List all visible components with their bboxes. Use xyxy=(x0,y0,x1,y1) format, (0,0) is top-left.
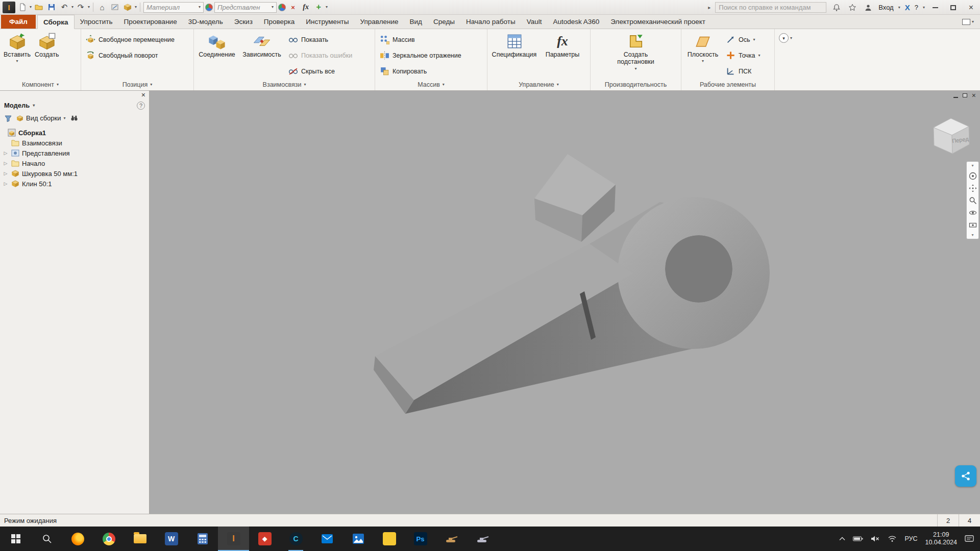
dropdown-icon[interactable]: ▾ xyxy=(923,6,925,10)
tab-a360[interactable]: Autodesk A360 xyxy=(547,15,605,29)
panel-label-relationships[interactable]: Взаимосвязи▾ xyxy=(194,79,375,90)
parameters-fx-icon[interactable]: fx xyxy=(300,2,311,13)
tree-item-assembly-root[interactable]: Сборка1 xyxy=(0,128,149,138)
work-point-button[interactable]: Точка ▾ xyxy=(723,47,763,63)
expander-icon[interactable]: ▷ xyxy=(3,171,9,176)
close-button[interactable]: × xyxy=(962,0,980,15)
panel-label-productivity[interactable]: Производительность xyxy=(591,79,681,90)
sketch-tool-icon[interactable] xyxy=(109,2,120,13)
free-move-button[interactable]: Свободное перемещение xyxy=(83,32,177,47)
orbit-icon[interactable] xyxy=(968,208,977,217)
exchange-apps-icon[interactable]: X xyxy=(905,3,910,12)
mail-icon[interactable] xyxy=(311,527,342,551)
tab-vault[interactable]: Vault xyxy=(521,15,548,29)
insert-component-button[interactable]: Вставить ▾ xyxy=(2,31,32,65)
tree-item-part-1[interactable]: ▷ Шкуровка 50 мм:1 xyxy=(0,168,149,179)
user-icon[interactable] xyxy=(863,2,874,13)
help-search-input[interactable] xyxy=(715,2,826,13)
pan-icon[interactable] xyxy=(968,184,977,192)
dropdown-icon[interactable]: ▾ xyxy=(33,104,35,108)
ucs-button[interactable]: ПСК xyxy=(723,63,763,79)
dropdown-icon[interactable]: ▾ xyxy=(135,5,137,9)
tab-simplify[interactable]: Упростить xyxy=(75,15,118,29)
free-rotate-button[interactable]: Свободный поворот xyxy=(83,47,177,63)
action-center-icon[interactable] xyxy=(965,535,974,543)
work-plane-button[interactable]: Плоскость ▾ xyxy=(683,31,722,65)
visual-style-icon[interactable] xyxy=(278,4,286,11)
tab-environments[interactable]: Среды xyxy=(428,15,460,29)
notification-bell-icon[interactable] xyxy=(831,2,842,13)
constrain-button[interactable]: Зависимость xyxy=(239,31,285,60)
material-tool-icon[interactable] xyxy=(122,2,133,13)
browser-help-icon[interactable]: ? xyxy=(137,102,145,110)
volume-muted-icon[interactable] xyxy=(871,535,880,542)
navbar-more-icon[interactable]: ▾ xyxy=(971,233,973,237)
doc-close-button[interactable]: × xyxy=(972,92,976,98)
tab-inspect[interactable]: Проверка xyxy=(258,15,300,29)
bom-button[interactable]: Спецификация xyxy=(489,31,539,60)
panel-label-work-features[interactable]: Рабочие элементы xyxy=(681,79,774,90)
a360-share-button[interactable] xyxy=(955,465,976,487)
doc-restore-button[interactable] xyxy=(963,93,967,97)
find-icon[interactable] xyxy=(70,114,78,122)
shrinkwrap-button[interactable]: Создать подстановки ▾ xyxy=(605,31,667,72)
tree-item-representations[interactable]: ▷ Представления xyxy=(0,148,149,158)
panel-label-pattern[interactable]: Массив▾ xyxy=(375,79,487,90)
create-component-button[interactable]: Создать xyxy=(33,31,61,60)
dropdown-icon[interactable]: ▾ xyxy=(71,5,74,9)
chrome-icon[interactable] xyxy=(93,527,125,551)
dropdown-icon[interactable]: ▾ xyxy=(326,5,328,9)
tab-file[interactable]: Файл xyxy=(1,15,36,29)
material-combo[interactable]: Материал▾ xyxy=(143,2,204,13)
tab-assembly[interactable]: Сборка xyxy=(37,15,75,29)
dropdown-icon[interactable]: ▾ xyxy=(898,6,900,10)
pattern-button[interactable]: Массив xyxy=(377,32,464,47)
tank-game-icon-2[interactable] xyxy=(467,527,498,551)
tab-3d-model[interactable]: 3D-модель xyxy=(183,15,229,29)
tab-tools[interactable]: Инструменты xyxy=(300,15,354,29)
inventor-app-icon[interactable]: I xyxy=(3,2,15,13)
chevron-right-icon[interactable]: ▸ xyxy=(708,6,710,10)
file-explorer-icon[interactable] xyxy=(125,527,156,551)
tree-item-origin[interactable]: ▷ Начало xyxy=(0,158,149,168)
red-app-icon[interactable]: ◆ xyxy=(249,527,280,551)
3d-model-canvas[interactable] xyxy=(150,91,980,514)
expander-icon[interactable]: ▷ xyxy=(3,181,9,186)
open-icon[interactable] xyxy=(33,2,44,13)
start-button[interactable] xyxy=(0,527,31,551)
work-axis-button[interactable]: Ось ▾ xyxy=(723,32,763,47)
joint-button[interactable]: Соединение xyxy=(196,31,238,60)
close-icon[interactable]: × xyxy=(141,91,145,99)
cube-part[interactable] xyxy=(534,154,616,242)
tab-design[interactable]: Проектирование xyxy=(118,15,183,29)
parameters-button[interactable]: fx Параметры xyxy=(540,31,585,60)
graphics-viewport[interactable]: × Перед ▾ ▾ xyxy=(150,91,980,514)
panel-label-position[interactable]: Позиция▾ xyxy=(81,79,193,90)
firefox-icon[interactable] xyxy=(62,527,93,551)
new-file-icon[interactable] xyxy=(17,2,28,13)
tab-get-started[interactable]: Начало работы xyxy=(460,15,521,29)
help-icon[interactable]: ? xyxy=(915,4,918,11)
viewcube[interactable]: Перед xyxy=(927,114,973,160)
signin-label[interactable]: Вход xyxy=(878,4,893,11)
appearance-combo[interactable]: Представлен▾ xyxy=(214,2,277,13)
tank-game-icon-1[interactable] xyxy=(436,527,467,551)
browser-title[interactable]: Модель xyxy=(4,102,30,109)
calculator-icon[interactable] xyxy=(187,527,218,551)
tree-item-relationships[interactable]: Взаимосвязи xyxy=(0,138,149,148)
navbar-collapse-icon[interactable]: ▾ xyxy=(971,163,973,168)
favorites-star-icon[interactable] xyxy=(847,2,858,13)
appearance-override-button[interactable]: ▾ ▾ xyxy=(779,33,792,43)
clock[interactable]: 21:09 10.04.2024 xyxy=(925,531,957,546)
navigation-wheel-icon[interactable] xyxy=(968,171,977,180)
c-app-icon[interactable]: C xyxy=(280,527,311,551)
yellow-app-icon[interactable] xyxy=(374,527,405,551)
minimize-button[interactable] xyxy=(926,0,944,15)
browser-view-combo[interactable]: Вид сборки ▾ xyxy=(16,114,66,122)
zoom-icon[interactable] xyxy=(968,196,977,205)
look-at-icon[interactable] xyxy=(968,220,977,229)
show-relationships-button[interactable]: Показать xyxy=(286,32,355,47)
redo-icon[interactable]: ↷ xyxy=(75,2,86,13)
hide-all-button[interactable]: Скрыть все xyxy=(286,63,355,79)
tab-manage[interactable]: Управление xyxy=(354,15,404,29)
